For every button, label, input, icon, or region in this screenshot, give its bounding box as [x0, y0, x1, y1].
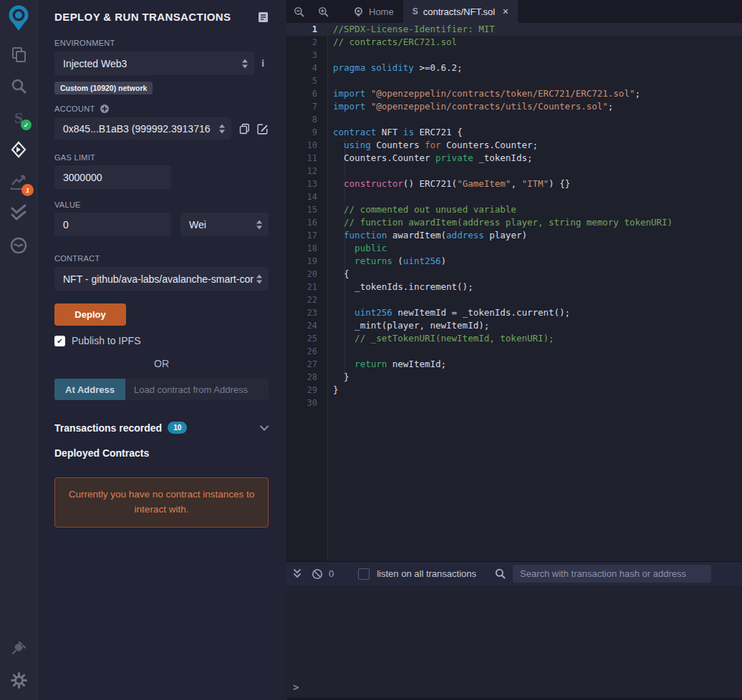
plugin-circle-icon[interactable] [0, 236, 37, 255]
environment-info-icon[interactable]: i [261, 57, 264, 69]
code-line[interactable]: 21 _tokenIds.increment(); [286, 281, 742, 293]
line-text: constructor() ERC721("GameItem", "ITM") … [328, 178, 570, 190]
clear-console-icon[interactable] [312, 568, 323, 580]
code-editor[interactable]: 1//SPDX-License-Identifier: MIT2// contr… [286, 23, 742, 561]
code-line[interactable]: 16 // function awardItem(address player,… [286, 216, 742, 229]
plugin-manager-icon[interactable] [0, 639, 37, 656]
file-explorer-icon[interactable] [0, 45, 37, 64]
close-tab-icon[interactable]: ✕ [502, 7, 509, 16]
code-line[interactable]: 5 [286, 74, 742, 87]
publish-ipfs-label: Publish to IPFS [72, 335, 141, 346]
search-icon[interactable] [0, 77, 37, 95]
account-select[interactable]: 0x845...B1aB3 (999992.3913716 [54, 117, 231, 140]
code-line[interactable]: 2// contracts/ERC721.sol [286, 36, 742, 49]
code-line[interactable]: 12 [286, 165, 742, 178]
transactions-recorded-toggle[interactable]: Transactions recorded 10 [54, 422, 269, 434]
code-line[interactable]: 10 using Counters for Counters.Counter; [286, 139, 742, 152]
line-number: 6 [286, 87, 328, 100]
edit-account-icon[interactable] [257, 123, 269, 135]
code-line[interactable]: 28 } [286, 371, 742, 384]
line-text: contract NFT is ERC721 { [328, 126, 463, 139]
at-address-input[interactable] [125, 379, 269, 400]
at-address-button[interactable]: At Address [54, 379, 125, 400]
line-text: _mint(player, newItemId); [328, 319, 489, 332]
value-input[interactable] [54, 213, 171, 236]
code-line[interactable]: 9contract NFT is ERC721 { [286, 126, 742, 139]
line-number: 19 [286, 255, 328, 268]
code-line[interactable]: 11 Counters.Counter private _tokenIds; [286, 152, 742, 165]
select-arrows-icon [219, 124, 225, 133]
editor-region: Home S contracts/NFT.sol ✕ 1//SPDX-Licen… [286, 0, 742, 700]
code-line[interactable]: 20 { [286, 268, 742, 281]
line-number: 4 [286, 62, 328, 74]
line-number: 27 [286, 358, 328, 371]
code-line[interactable]: 3 [286, 49, 742, 62]
code-line[interactable]: 7import "@openzeppelin/contracts/utils/C… [286, 100, 742, 113]
line-text: import "@openzeppelin/contracts/token/ER… [328, 87, 640, 100]
line-number: 29 [286, 384, 328, 397]
copy-account-icon[interactable] [239, 123, 250, 135]
chevron-down-icon[interactable] [260, 425, 269, 431]
page-title: DEPLOY & RUN TRANSACTIONS [54, 11, 231, 23]
terminal-output[interactable]: > [286, 585, 742, 700]
code-line[interactable]: 17 function awardItem(address player) [286, 229, 742, 242]
code-line[interactable]: 14 [286, 190, 742, 203]
value-unit-select[interactable]: Wei [180, 213, 269, 236]
line-text: import "@openzeppelin/contracts/utils/Co… [328, 100, 613, 113]
listen-transactions-checkbox[interactable] [358, 568, 370, 580]
line-text: } [328, 371, 350, 384]
line-number: 30 [286, 397, 328, 409]
line-number: 7 [286, 100, 328, 113]
code-line[interactable]: 18 public [286, 242, 742, 255]
code-line[interactable]: 22 [286, 293, 742, 306]
collapse-terminal-icon[interactable] [292, 568, 302, 579]
line-text: // contracts/ERC721.sol [328, 36, 457, 49]
statistics-icon[interactable]: 1 [0, 172, 37, 191]
code-line[interactable]: 29} [286, 384, 742, 397]
code-line[interactable]: 13 constructor() ERC721("GameItem", "ITM… [286, 178, 742, 190]
network-badge: Custom (10920) network [54, 82, 153, 94]
add-account-icon[interactable] [100, 104, 110, 114]
journal-icon[interactable] [258, 11, 269, 23]
unit-testing-icon[interactable] [0, 204, 37, 221]
line-text [328, 190, 333, 203]
terminal-search-input[interactable] [513, 565, 711, 583]
code-line[interactable]: 1//SPDX-License-Identifier: MIT [286, 23, 742, 36]
code-line[interactable]: 8 [286, 113, 742, 126]
code-line[interactable]: 24 _mint(player, newItemId); [286, 319, 742, 332]
solidity-compiler-icon[interactable]: S ✓ [0, 109, 37, 127]
code-line[interactable]: 4pragma solidity >=0.6.2; [286, 62, 742, 74]
code-line[interactable]: 25 // _setTokenURI(newItemId, tokenURI); [286, 332, 742, 345]
publish-ipfs-checkbox[interactable]: ✔ [54, 336, 65, 346]
line-text: //SPDX-License-Identifier: MIT [328, 23, 495, 36]
code-line[interactable]: 27 return newItemId; [286, 358, 742, 371]
code-line[interactable]: 6import "@openzeppelin/contracts/token/E… [286, 87, 742, 100]
code-line[interactable]: 26 [286, 345, 742, 358]
remix-logo[interactable] [0, 4, 37, 31]
line-text [328, 397, 333, 409]
settings-gear-icon[interactable] [0, 671, 37, 689]
code-line[interactable]: 15 // commented out unused variable [286, 203, 742, 216]
line-number: 20 [286, 268, 328, 281]
code-line[interactable]: 23 uint256 newItemId = _tokenIds.current… [286, 306, 742, 319]
contract-label: CONTRACT [54, 254, 269, 263]
environment-select[interactable]: Injected Web3 [54, 52, 254, 75]
deploy-button[interactable]: Deploy [54, 303, 126, 326]
terminal-prompt[interactable]: > [293, 681, 299, 693]
line-text: // commented out unused variable [328, 203, 516, 216]
line-text: _tokenIds.increment(); [328, 281, 473, 293]
deploy-run-icon[interactable] [0, 141, 37, 158]
tab-contracts-nft-sol[interactable]: S contracts/NFT.sol ✕ [403, 0, 519, 23]
code-line[interactable]: 30 [286, 397, 742, 409]
line-number: 15 [286, 203, 328, 216]
zoom-out-icon[interactable] [286, 0, 311, 23]
tab-home[interactable]: Home [344, 0, 403, 23]
line-text: returns (uint256) [328, 255, 446, 268]
contract-select[interactable]: NFT - github/ava-labs/avalanche-smart-co… [54, 267, 269, 291]
zoom-in-icon[interactable] [311, 0, 335, 23]
line-number: 1 [286, 23, 328, 36]
gas-limit-input[interactable] [54, 165, 171, 189]
code-line[interactable]: 19 returns (uint256) [286, 255, 742, 268]
line-text: function awardItem(address player) [328, 229, 527, 242]
line-number: 14 [286, 190, 328, 203]
